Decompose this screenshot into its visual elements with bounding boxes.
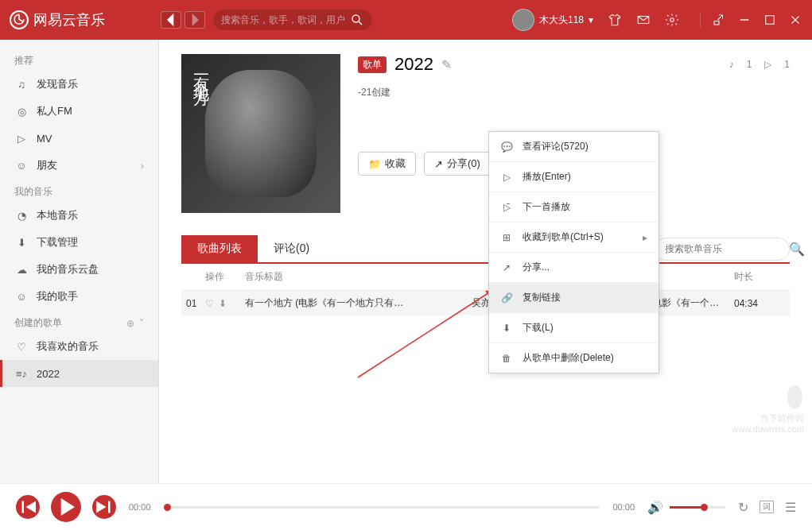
- share-icon: ↗: [434, 158, 443, 170]
- volume-handle[interactable]: [701, 504, 708, 511]
- cover-text: 有一个地方: [191, 64, 212, 79]
- heart-icon[interactable]: ♡: [205, 298, 214, 309]
- maximize-icon[interactable]: [763, 13, 777, 27]
- video-icon: ▷: [14, 131, 29, 145]
- trash-icon: 🗑: [500, 352, 513, 365]
- sidebar-item-cloud[interactable]: ☁我的音乐云盘: [0, 256, 158, 283]
- favorite-button[interactable]: 📁收藏: [358, 152, 416, 176]
- playlist-title: 2022: [394, 54, 433, 75]
- th-op: 操作: [205, 270, 245, 284]
- chevron-right-icon: ›: [141, 160, 144, 172]
- sidebar-item-discover[interactable]: ♫发现音乐: [0, 71, 158, 98]
- heart-icon: ♡: [14, 339, 29, 354]
- share-button[interactable]: ↗分享(0): [424, 152, 491, 176]
- menu-share[interactable]: ↗分享...: [489, 253, 659, 283]
- folder-icon: 📁: [368, 158, 381, 170]
- creator-info: -21创建: [358, 86, 790, 99]
- sidebar-item-artists[interactable]: ☺我的歌手: [0, 283, 158, 310]
- search-icon[interactable]: [350, 13, 364, 27]
- user-info[interactable]: 木大头118 ▾: [512, 9, 593, 31]
- netease-logo-icon: [10, 10, 29, 29]
- queue-icon[interactable]: ☰: [785, 500, 796, 515]
- progress-handle[interactable]: [164, 504, 171, 511]
- sidebar-item-favorites[interactable]: ♡我喜欢的音乐: [0, 333, 158, 360]
- friends-icon: ☺: [14, 158, 29, 172]
- person-icon: ☺: [14, 289, 29, 304]
- table-row[interactable]: 01 ♡ ⬇ 有一个地方 (电影《有一个地方只有… 吴亦凡 有一个地方 (电影《…: [181, 291, 790, 315]
- playlist-tag: 歌单: [358, 56, 387, 73]
- volume-bar[interactable]: [670, 506, 725, 509]
- lyrics-icon[interactable]: 词: [760, 501, 774, 513]
- link-icon: 🔗: [500, 292, 513, 304]
- search-input[interactable]: [221, 14, 350, 25]
- sidebar-item-mv[interactable]: ▷MV: [0, 125, 158, 152]
- playlist-cover[interactable]: 有一个地方: [181, 54, 340, 213]
- row-duration: 04:34: [734, 298, 790, 309]
- menu-play-next[interactable]: ▷̄下一首播放: [489, 192, 659, 222]
- tab-comments[interactable]: 评论(0): [258, 235, 325, 262]
- mail-icon[interactable]: [636, 13, 651, 27]
- player-bar: 00:00 00:00 🔊 ↻ 词 ☰: [0, 483, 812, 530]
- svg-point-2: [670, 18, 674, 22]
- menu-download[interactable]: ⬇下载(L): [489, 313, 659, 343]
- watermark-logo-icon: ⬮: [732, 379, 804, 412]
- close-icon[interactable]: [788, 13, 802, 27]
- search-icon[interactable]: 🔍: [789, 242, 805, 257]
- table-header: 操作 音乐标题 专辑 时长: [181, 264, 790, 291]
- share-icon: ↗: [500, 261, 513, 274]
- row-index: 01: [181, 298, 205, 309]
- sidebar-section-recommend: 推荐: [0, 48, 158, 71]
- playlist-search[interactable]: 🔍: [655, 238, 790, 261]
- play-count: 1: [784, 59, 790, 70]
- minimize-icon[interactable]: [737, 13, 752, 27]
- sidebar-section-created: 创建的歌单 ⊕ ˅: [0, 310, 158, 333]
- playlist-search-input[interactable]: [665, 243, 784, 254]
- sidebar-item-friends[interactable]: ☺朋友›: [0, 152, 158, 179]
- gear-icon[interactable]: [665, 13, 679, 27]
- chevron-right-icon: ▸: [643, 232, 647, 243]
- th-duration: 时长: [734, 270, 790, 284]
- download-icon: ⬇: [500, 322, 513, 335]
- song-count-icon: ♪: [729, 59, 734, 70]
- search-box[interactable]: [213, 10, 372, 30]
- tab-songs[interactable]: 歌曲列表: [181, 235, 258, 262]
- play-next-icon: ▷̄: [500, 201, 513, 214]
- sidebar-item-download[interactable]: ⬇下载管理: [0, 229, 158, 256]
- loop-icon[interactable]: ↻: [738, 500, 748, 515]
- menu-delete[interactable]: 🗑从歌单中删除(Delete): [489, 343, 659, 373]
- menu-add-playlist[interactable]: ⊞收藏到歌单(Ctrl+S)▸: [489, 222, 659, 253]
- sidebar-item-local[interactable]: ◔本地音乐: [0, 202, 158, 229]
- sidebar-item-2022[interactable]: ≡♪2022: [0, 360, 158, 387]
- nav-forward-button[interactable]: [185, 11, 205, 29]
- app-header: 网易云音乐 木大头118 ▾: [0, 0, 812, 40]
- time-total: 00:00: [612, 502, 635, 512]
- volume-icon[interactable]: 🔊: [647, 500, 663, 515]
- nav-back-button[interactable]: [161, 11, 181, 29]
- context-menu: 💬查看评论(5720) ▷播放(Enter) ▷̄下一首播放 ⊞收藏到歌单(Ct…: [488, 131, 659, 373]
- app-logo: 网易云音乐: [10, 10, 105, 29]
- th-title: 音乐标题: [245, 270, 472, 284]
- skin-icon[interactable]: [608, 13, 622, 27]
- play-button[interactable]: [51, 492, 81, 522]
- app-name: 网易云音乐: [33, 10, 105, 29]
- svg-rect-4: [766, 16, 775, 25]
- row-title: 有一个地方 (电影《有一个地方只有…: [245, 296, 472, 310]
- menu-play[interactable]: ▷播放(Enter): [489, 162, 659, 192]
- download-icon: ⬇: [14, 235, 29, 250]
- edit-icon[interactable]: ✎: [441, 57, 452, 72]
- prev-button[interactable]: [16, 495, 40, 519]
- sidebar-item-fm[interactable]: ◎私人FM: [0, 98, 158, 125]
- download-icon[interactable]: ⬇: [219, 298, 227, 309]
- progress-bar[interactable]: [164, 506, 600, 509]
- add-icon: ⊞: [500, 231, 513, 244]
- menu-view-comments[interactable]: 💬查看评论(5720): [489, 132, 659, 162]
- menu-copy-link[interactable]: 🔗复制链接: [489, 283, 659, 313]
- collapse-icon[interactable]: ˅: [139, 318, 144, 329]
- music-note-icon: ♫: [14, 77, 29, 91]
- cloud-icon: ☁: [14, 262, 29, 277]
- time-current: 00:00: [129, 502, 151, 512]
- play-icon: ▷: [500, 171, 513, 184]
- add-playlist-icon[interactable]: ⊕: [126, 318, 134, 329]
- next-button[interactable]: [92, 495, 116, 519]
- mini-mode-icon[interactable]: [712, 13, 726, 27]
